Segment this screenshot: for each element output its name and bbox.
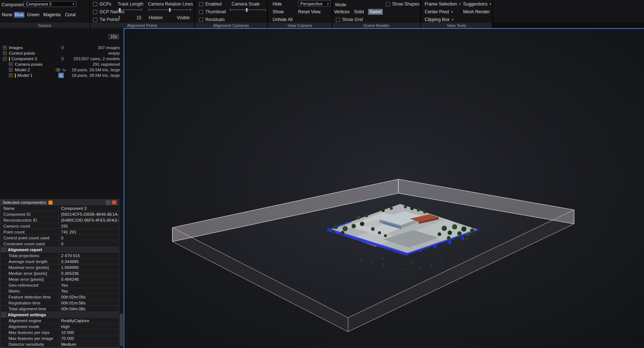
group-divider xyxy=(267,0,268,28)
enabled-checkbox[interactable]: Enabled xyxy=(199,1,222,7)
collapse-icon[interactable]: − xyxy=(3,57,7,61)
collapse-icon[interactable]: − xyxy=(2,248,6,252)
section-row-alignment-report[interactable]: − Alignment report xyxy=(0,247,119,253)
residuals-checkbox[interactable]: Residuals xyxy=(199,17,225,22)
ds-view-button[interactable]: 1Ds xyxy=(109,34,119,39)
property-row[interactable]: Component ID {58214CF5-D83B-4B46-8E1A-3.… xyxy=(0,211,119,217)
center-pivot-menu[interactable]: Center Pivot ▾ xyxy=(425,9,453,14)
expand-icon[interactable]: + xyxy=(3,46,7,50)
caption-source: Source xyxy=(0,23,90,28)
property-row[interactable]: Metric Yes xyxy=(0,288,119,294)
show-grid-checkbox[interactable]: Show Grid xyxy=(336,17,363,22)
panel-titlebar[interactable]: Selected component(s) □ × xyxy=(0,199,119,205)
checkbox-box xyxy=(199,10,203,14)
scrollbar-thumb[interactable] xyxy=(120,314,123,346)
collapse-icon[interactable]: − xyxy=(2,313,6,317)
color-blue-button[interactable]: Blue xyxy=(14,12,24,18)
expand-icon[interactable]: + xyxy=(9,68,13,72)
tree-row-model-1[interactable]: + Model 1 18 parts, 39.5M tris, large xyxy=(0,73,124,78)
expand-icon[interactable]: + xyxy=(3,51,7,55)
property-row[interactable]: Max features per mpx 10 000 xyxy=(0,330,119,335)
property-row[interactable]: Control point count used 0 xyxy=(0,235,119,241)
vertices-button[interactable]: Vertices xyxy=(334,9,350,14)
tree-row-component-3[interactable]: − Component 3 291/307 cams, 2 models xyxy=(0,56,124,62)
component-select[interactable]: Component 3 ▾ xyxy=(24,1,76,7)
hide-button[interactable]: Hide xyxy=(273,1,282,7)
property-group-report: Total projections 2 479 615 Average trac… xyxy=(0,253,119,312)
property-row[interactable]: Name Component 3 xyxy=(0,205,119,211)
slider-handle[interactable] xyxy=(119,8,121,12)
show-shapes-checkbox-label: Show Shapes xyxy=(392,1,419,7)
property-row[interactable]: Total alignment time 00h:04m:08s xyxy=(0,306,119,312)
tree-row-control-points[interactable]: + Control points empty xyxy=(0,51,124,56)
color-none-button[interactable]: None xyxy=(1,12,13,18)
suggestions-menu[interactable]: Suggestions ▾ xyxy=(463,1,491,7)
clipping-box-menu[interactable]: Clipping Box ▾ xyxy=(425,17,453,22)
expand-icon[interactable]: + xyxy=(9,62,13,66)
property-row[interactable]: Geo-referenced Yes xyxy=(0,282,119,288)
property-row[interactable]: Detector sensitivity Medium xyxy=(0,341,119,347)
mesh-render-button[interactable]: Mesh Render xyxy=(463,9,490,14)
gcps-checkbox[interactable]: GCPs xyxy=(93,1,111,7)
property-row[interactable]: Camera count 291 xyxy=(0,223,119,229)
texture-icon[interactable]: Tx xyxy=(62,68,66,72)
visibility-selected-icon[interactable] xyxy=(58,73,64,78)
section-row-alignment-settings[interactable]: − Alignment settings xyxy=(0,312,119,318)
expand-icon[interactable]: + xyxy=(9,74,13,77)
camera-relation-lines-label: Camera Relation Lines xyxy=(148,1,193,7)
property-row[interactable]: Alignment engine RealityCapture xyxy=(0,318,119,324)
property-value: 10 000 xyxy=(59,330,119,335)
camera-scale-slider[interactable] xyxy=(230,8,266,12)
solid-button[interactable]: Solid xyxy=(354,9,364,14)
property-value: 0.494248 xyxy=(59,277,119,282)
viewport-3d[interactable] xyxy=(124,28,644,348)
chevron-down-icon: ▾ xyxy=(459,2,461,6)
track-length-max: 15 xyxy=(136,15,141,20)
track-length-slider[interactable] xyxy=(118,8,142,12)
color-magenta-button[interactable]: Magenta xyxy=(42,12,62,18)
dock-icon[interactable]: □ xyxy=(106,200,111,205)
eye-icon[interactable] xyxy=(55,68,61,72)
show-shapes-checkbox[interactable]: Show Shapes xyxy=(386,1,419,7)
tie-points-checkbox[interactable]: Tie Points xyxy=(93,17,119,22)
ribbon-captions: Source Alignment Points Alignment Camera… xyxy=(0,23,644,28)
property-row[interactable]: Feature detection time 00h:02m:09s xyxy=(0,294,119,300)
property-label: Average track length xyxy=(0,259,59,264)
checkbox-box xyxy=(199,2,203,6)
property-row[interactable]: Constraint count used 0 xyxy=(0,241,119,247)
pin-icon xyxy=(61,46,64,51)
property-row[interactable]: Median error [pixels] 0.365336 xyxy=(0,270,119,276)
viewport-3d-canvas[interactable] xyxy=(124,29,644,348)
camera-relation-lines-slider[interactable] xyxy=(149,8,191,12)
property-row[interactable]: Average track length 3.344995 xyxy=(0,259,119,265)
close-icon[interactable]: × xyxy=(112,200,117,205)
color-coral-button[interactable]: Coral xyxy=(63,12,78,18)
property-label: Max features per mpx xyxy=(0,330,59,335)
property-row[interactable]: Alignment mode High xyxy=(0,324,119,330)
color-green-button[interactable]: Green xyxy=(26,12,41,18)
show-button[interactable]: Show xyxy=(273,9,284,14)
property-row[interactable]: Reconstruction ID {6480C10D-96F0-4FE5-8F… xyxy=(0,217,119,223)
unhide-all-button[interactable]: Unhide All xyxy=(273,17,293,22)
property-label: Maximal error [pixels] xyxy=(0,265,59,270)
property-row[interactable]: Maximal error [pixels] 1.999990 xyxy=(0,265,119,270)
thumbnail-checkbox[interactable]: Thumbnail xyxy=(199,9,226,14)
props-scrollbar[interactable] xyxy=(119,199,124,348)
slider-handle[interactable] xyxy=(169,8,171,12)
property-row[interactable]: Max features per image 70 000 xyxy=(0,335,119,341)
slider-handle[interactable] xyxy=(246,8,247,12)
sweet-button[interactable]: Sweet xyxy=(368,9,383,15)
frame-selection-menu[interactable]: Frame Selection ▾ xyxy=(425,1,461,7)
property-row[interactable]: Total projections 2 479 615 xyxy=(0,253,119,259)
property-row[interactable]: Mean error [pixels] 0.494248 xyxy=(0,276,119,282)
clipping-box-wireframe[interactable] xyxy=(172,179,574,332)
property-label: Constraint count used xyxy=(0,241,59,246)
property-group-general: Name Component 3 Component ID {58214CF5-… xyxy=(0,205,119,247)
tree-row-camera-poses[interactable]: + Camera poses 291 registered xyxy=(0,62,124,67)
reset-view-button[interactable]: Reset View xyxy=(298,9,320,14)
tree-row-model-2[interactable]: + Model 2 Tx 18 parts, 39.5M tris, large xyxy=(0,67,124,73)
projection-select[interactable]: Perspective ▾ xyxy=(298,1,331,6)
property-row[interactable]: Registration time 00h:01m:58s xyxy=(0,300,119,306)
property-row[interactable]: Point count 741 291 xyxy=(0,229,119,235)
tree-row-images[interactable]: + Images 307 images xyxy=(0,45,124,51)
